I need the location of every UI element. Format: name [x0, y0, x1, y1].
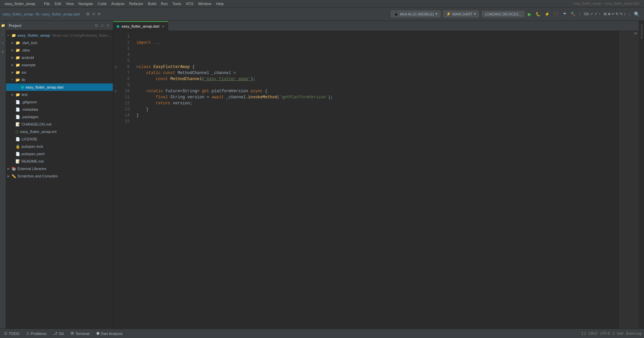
tree-test[interactable]: ▶ 📁 test: [6, 91, 113, 98]
tree-ios[interactable]: ▶ 📁 ios: [6, 69, 113, 76]
run-button[interactable]: ▶: [526, 10, 533, 18]
pubspec-yaml-icon: 📄: [15, 152, 20, 156]
tab-git[interactable]: ⎇ Git: [52, 329, 65, 338]
project-panel-header: Project ⚙ ≡ ✕: [6, 21, 113, 30]
tab-problems[interactable]: ⚠ Problems: [25, 329, 48, 338]
ln-14: 14: [119, 112, 131, 119]
run-config-arrow: ▾: [474, 12, 476, 16]
tree-pubspec-lock[interactable]: 🔒 pubspec.lock: [6, 143, 113, 150]
run-config-selector[interactable]: ⚡ MAIN.DART ▾: [443, 10, 479, 18]
tab-todo[interactable]: ☑ TODO: [3, 329, 21, 338]
menu-view[interactable]: View: [64, 1, 76, 6]
menu-window[interactable]: Window: [196, 1, 213, 6]
menu-refactor[interactable]: Refactor: [127, 1, 146, 6]
line-numbers: 1 2 3 4 5 6 7 8 9 10 11 12 13 14 15: [119, 31, 134, 329]
bottom-panel: ☑ TODO ⚠ Problems ⎇ Git ⌘ Terminal ⬟ Dar…: [0, 329, 644, 338]
status-line-col[interactable]: 1:1: [581, 332, 586, 335]
project-panel-settings[interactable]: ⚙: [94, 23, 99, 29]
breadcrumb-project[interactable]: easy_flutter_amap: [3, 12, 33, 16]
iml-label: easy_flutter_amap.iml: [20, 130, 57, 134]
code-line-2: import ...: [136, 40, 161, 45]
status-lang[interactable]: Dart: [617, 332, 623, 335]
ln-11: 11: [119, 94, 131, 100]
stop-button[interactable]: ⬛: [552, 10, 560, 18]
debug-button[interactable]: 🐛: [534, 10, 542, 18]
coverage-button[interactable]: ☂: [561, 10, 568, 18]
ext-libs-arrow: ▶: [7, 167, 11, 170]
menu-tools[interactable]: Tools: [170, 1, 183, 6]
menu-build[interactable]: Build: [146, 1, 158, 6]
packages-label: .packages: [22, 115, 38, 119]
project-panel-close[interactable]: ✕: [105, 23, 110, 29]
gutter-13: [113, 106, 119, 112]
ln-15: 15: [119, 119, 131, 125]
editor-tab-easy-flutter-amap[interactable]: ⬟ easy_flutter_amap.dart ✕: [113, 21, 168, 31]
pubspec-lock-icon: 🔒: [15, 144, 20, 149]
sidebar-commit-icon[interactable]: ✓: [0, 31, 6, 37]
tab-close-icon[interactable]: ✕: [162, 25, 164, 28]
menu-edit[interactable]: Edit: [53, 1, 63, 6]
tree-readme[interactable]: 📝 README.md: [6, 158, 113, 165]
ln-6: 6: [119, 64, 131, 70]
title-breadcrumb: easy_flutter_amap – easy_flutter_amap.da…: [571, 1, 641, 6]
tree-packages[interactable]: 📄 .packages: [6, 113, 113, 121]
tab-dart-analysis[interactable]: ⬟ Dart Analysis: [95, 329, 124, 338]
tree-android[interactable]: ▶ 📁 android: [6, 54, 113, 61]
status-encoding[interactable]: UTF-8: [600, 332, 610, 335]
tree-pubspec-yaml[interactable]: 📄 pubspec.yaml: [6, 150, 113, 158]
breadcrumb-lib[interactable]: lib: [36, 12, 39, 16]
problems-icon: ⚠: [26, 331, 30, 336]
panel-close-btn[interactable]: ✕: [97, 11, 102, 17]
ext-libs-label: External Libraries: [18, 167, 46, 171]
tree-lib[interactable]: ▾ 📂 lib: [6, 76, 113, 83]
gutter-9: [113, 82, 119, 88]
tree-scratches[interactable]: ▶ ✏️ Scratches and Consoles: [6, 172, 113, 180]
build-menu-button[interactable]: 🔨: [569, 10, 577, 18]
tree-idea[interactable]: ▶ 📁 .idea: [6, 46, 113, 54]
tree-license[interactable]: 📄 LICENSE: [6, 135, 113, 143]
tree-dart-tool[interactable]: ▶ 📁 .dart_tool: [6, 39, 113, 46]
test-label: test: [22, 93, 28, 97]
packages-icon: 📄: [15, 115, 20, 119]
tree-root[interactable]: ▾ 📁 easy_flutter_amap library root, D:\m…: [6, 32, 113, 39]
tree-example[interactable]: ▶ 📁 example: [6, 61, 113, 69]
tab-terminal[interactable]: ⌘ Terminal: [69, 329, 91, 338]
tree-gitignore[interactable]: 📄 .gitignore: [6, 98, 113, 106]
hot-reload-button[interactable]: ⚡: [543, 10, 551, 18]
status-crlf[interactable]: CRLF: [589, 332, 598, 335]
tree-easy-flutter-amap-dart[interactable]: ⬟ easy_flutter_amap.dart: [6, 83, 113, 91]
tree-changelog[interactable]: 📝 CHANGELOG.md: [6, 121, 113, 128]
code-editor[interactable]: import ... ⊟class EasyFlutterAmap { stat…: [134, 31, 618, 329]
event-log-btn[interactable]: Event Log: [626, 332, 641, 335]
loading-devices-badge[interactable]: LOADING DEVICES...: [482, 11, 525, 18]
sidebar-project-icon[interactable]: 📁: [0, 22, 6, 28]
tree-iml[interactable]: ⬡ easy_flutter_amap.iml: [6, 128, 113, 135]
code-line-14: }: [136, 113, 139, 118]
git-status: Git: ✓ ✓ ↑ ⊞ ⊕ ↩ ↻ ✎ ↕: [582, 11, 627, 17]
tree-external-libs[interactable]: ▶ 📚 External Libraries: [6, 165, 113, 172]
menu-run[interactable]: Run: [159, 1, 170, 6]
project-panel-config[interactable]: ≡: [100, 23, 104, 29]
menu-help[interactable]: Help: [214, 1, 226, 6]
breadcrumb-file[interactable]: easy_flutter_amap.dart: [42, 12, 80, 16]
search-everywhere-button[interactable]: 🔍: [632, 10, 641, 18]
editor-area: ⬟ easy_flutter_amap.dart ✕ ⊟ ⊟: [113, 21, 639, 329]
structure-label[interactable]: Structure: [640, 24, 643, 39]
breadcrumb-expand[interactable]: ▾: [636, 32, 637, 35]
readme-icon: 📝: [15, 159, 20, 164]
sidebar-fav-icon[interactable]: ★: [0, 48, 6, 55]
menu-navigate[interactable]: Navigate: [76, 1, 95, 6]
sidebar-structure-icon[interactable]: ≡: [0, 40, 6, 46]
menu-vcs[interactable]: VCS: [184, 1, 196, 6]
panel-config-btn[interactable]: ≡: [92, 11, 96, 17]
panel-settings-btn[interactable]: ⚙: [85, 11, 91, 17]
device-selector[interactable]: 📱 AKA AL10 (MOBILE) ▾: [391, 10, 441, 18]
menu-code[interactable]: Code: [96, 1, 108, 6]
menu-analyze[interactable]: Analyze: [109, 1, 127, 6]
code-line-11: final String version = await _channel.in…: [136, 95, 333, 100]
project-panel-title: Project: [9, 24, 93, 28]
pubspec-yaml-label: pubspec.yaml: [22, 152, 44, 156]
tree-metadata[interactable]: 📄 .metadata: [6, 106, 113, 113]
menu-file[interactable]: File: [42, 1, 52, 6]
breadcrumb-counter: 2 ▾: [619, 31, 639, 36]
